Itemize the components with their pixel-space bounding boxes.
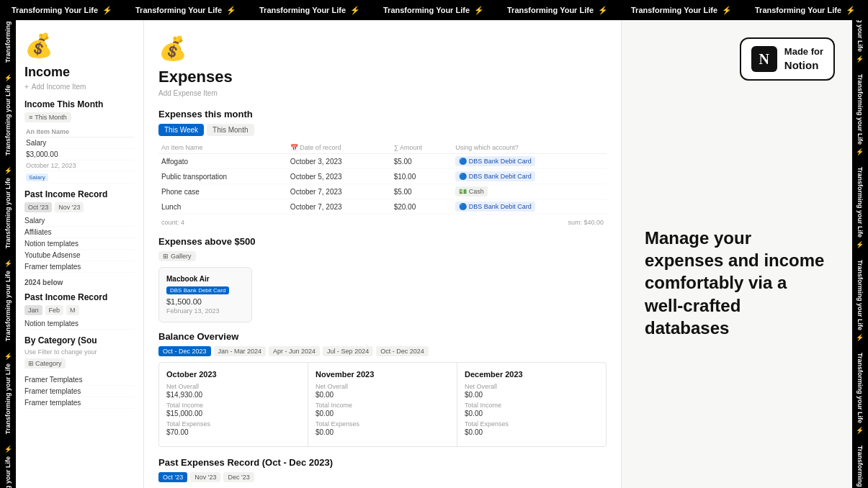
table-row: October 12, 2023 (24, 161, 135, 171)
expense-account: 🔵 DBS Bank Debit Card (452, 169, 607, 184)
bolt-icon: ⚡ (350, 6, 360, 15)
tab-oct-23[interactable]: Oct '23 (24, 202, 52, 212)
by-category-label: By Category (Sou (24, 335, 135, 345)
table-icon: ⊞ (28, 360, 34, 367)
notion-label: Notion (784, 58, 823, 73)
dbs-tag: 🔵 DBS Bank Debit Card (455, 202, 535, 212)
balance-expenses-label: Total Expenses (316, 420, 449, 428)
tab-this-month[interactable]: This Month (207, 124, 254, 136)
bolt-icon: ⚡ (102, 6, 112, 15)
marquee-top-item: Transforming Your Life ⚡ (496, 6, 619, 15)
balance-row: Net Overall $0.00 (316, 383, 449, 399)
marquee-top-item: Transforming Your Life ⚡ (248, 6, 372, 15)
made-for-label: Made for (784, 46, 823, 58)
balance-tab-apr-jun-2024[interactable]: Apr - Jun 2024 (269, 346, 320, 356)
income-item-date: October 12, 2023 (24, 161, 135, 171)
income-filter-tag[interactable]: ≡ This Month (24, 112, 71, 122)
notion-badge: N Made for Notion (740, 37, 835, 81)
expense-date: October 7, 2023 (287, 184, 391, 199)
row-sum: sum: $40.00 (568, 219, 604, 226)
tab-m[interactable]: M (66, 305, 79, 315)
marquee-top-bar: Transforming Your Life ⚡ Transforming Yo… (0, 0, 868, 20)
marquee-top-item: Transforming Your Life ⚡ (124, 6, 248, 15)
marquee-left-bar: Transforming your Life⚡ Transforming you… (0, 20, 16, 488)
marquee-left-item: Transforming your Life⚡ (4, 440, 12, 488)
category-tag[interactable]: ⊞ Category (24, 358, 66, 369)
marquee-right-inner: Transforming your Life⚡ Transforming you… (856, 20, 864, 488)
past-tab-oct[interactable]: Oct '23 (158, 472, 187, 482)
table-row: Salary (24, 137, 135, 149)
balance-row: Total Expenses $70.00 (166, 420, 300, 436)
balance-row: Net Overall $14,930.00 (166, 383, 300, 399)
balance-expenses-value: $0.00 (316, 428, 449, 436)
balance-tab-oct-dec-2023[interactable]: Oct - Dec 2023 (158, 346, 211, 356)
above500-label: Expenses above $500 (158, 236, 607, 247)
income-item-amount (128, 137, 135, 149)
expense-date: October 3, 2023 (287, 154, 391, 169)
row-count: count: 4 (161, 219, 184, 226)
expense-account: 🔵 DBS Bank Debit Card (452, 154, 607, 169)
past-record-label: Past Expenses Record (Oct - Dec 2023) (158, 457, 607, 468)
balance-dec: December 2023 Net Overall $0.00 Total In… (457, 363, 606, 446)
marquee-text: Transforming Your Life (259, 6, 346, 14)
marquee-top-item: Transforming Your Life ⚡ (619, 6, 743, 15)
past-income-2024-label: Past Income Record (24, 292, 135, 302)
add-income-button[interactable]: Add Income Item (24, 83, 135, 91)
balance-income-label: Total Income (465, 402, 599, 409)
list-2024: Notion templates (24, 318, 135, 330)
expense-amount: $10.00 (391, 169, 453, 184)
balance-oct: October 2023 Net Overall $14,930.00 Tota… (159, 363, 308, 446)
gallery-label: Gallery (171, 253, 192, 260)
gallery-view-tag[interactable]: ⊞ Gallery (158, 251, 196, 261)
balance-tab-jul-sep-2024[interactable]: Jul - Sep 2024 (323, 346, 373, 356)
table-row: $3,000.00 (24, 149, 135, 161)
marquee-right-item: Transforming your Life⚡ (856, 440, 864, 488)
expense-name: Phone case (158, 184, 287, 199)
expenses-tabs: This Week This Month (158, 124, 607, 136)
past-tab-dec[interactable]: Dec '23 (223, 472, 254, 482)
balance-income-label: Total Income (166, 402, 300, 409)
col-amount: ∑ Amount (391, 142, 453, 154)
balance-expenses-value: $0.00 (465, 428, 599, 436)
balance-nov: November 2023 Net Overall $0.00 Total In… (308, 363, 457, 446)
balance-overview-label: Balance Overview (158, 331, 607, 342)
balance-income-value: $0.00 (465, 410, 599, 417)
balance-row: Total Income $15,000.00 (166, 402, 300, 417)
balance-net-value: $0.00 (316, 391, 449, 399)
tab-nov-23[interactable]: Nov '23 (55, 202, 84, 212)
table-row: Salary (24, 171, 135, 184)
marquee-left-item: Transforming your Life⚡ (4, 20, 12, 68)
income-item-amount-row: $3,000.00 (24, 149, 135, 161)
expenses-title: Expenses (158, 68, 607, 86)
balance-grid: October 2023 Net Overall $14,930.00 Tota… (158, 362, 607, 447)
balance-tab-jan-mar-2024[interactable]: Jan - Mar 2024 (214, 346, 267, 356)
balance-expenses-label: Total Expenses (465, 420, 599, 428)
col-date: 📅 Date of record (287, 142, 391, 154)
expense-name: Affogato (158, 154, 287, 169)
tab-feb[interactable]: Feb (45, 305, 64, 315)
table-row: Affogato October 3, 2023 $5.00 🔵 DBS Ban… (158, 154, 607, 169)
marquee-right-item: Transforming your Life⚡ (856, 68, 864, 161)
income-table: An Item Name Salary $3,000.00 October 12… (24, 127, 135, 184)
add-expense-button[interactable]: Add Expense Item (158, 89, 607, 97)
table-row: Phone case October 7, 2023 $5.00 💵 Cash (158, 184, 607, 199)
income-item-tag: Salary (24, 171, 135, 184)
tab-this-week[interactable]: This Week (158, 124, 204, 136)
expense-account: 🔵 DBS Bank Debit Card (452, 199, 607, 214)
bolt-icon: ⚡ (598, 6, 608, 15)
balance-tab-oct-dec-2024[interactable]: Oct - Dec 2024 (376, 346, 429, 356)
balance-row: Total Expenses $0.00 (465, 420, 599, 436)
list-item: Framer Templates (24, 374, 135, 386)
category-label: Category (35, 360, 62, 367)
marquee-text: Transforming Your Life (135, 6, 222, 14)
list-item: Affiliates (24, 227, 135, 238)
gallery-card: Macbook Air DBS Bank Debit Card $1,500.0… (158, 267, 252, 322)
gallery-card-title: Macbook Air (166, 275, 244, 283)
past-income-tabs: Oct '23 Nov '23 (24, 202, 135, 212)
past-tab-nov[interactable]: Nov '23 (190, 472, 220, 482)
income-panel: 💰 Income Add Income Item Income This Mon… (16, 20, 144, 488)
tab-jan[interactable]: Jan (24, 305, 42, 315)
table-footer: count: 4 sum: $40.00 (158, 217, 607, 227)
marquee-left-item: Transforming your Life⚡ (4, 254, 12, 347)
balance-net-value: $14,930.00 (166, 391, 300, 399)
